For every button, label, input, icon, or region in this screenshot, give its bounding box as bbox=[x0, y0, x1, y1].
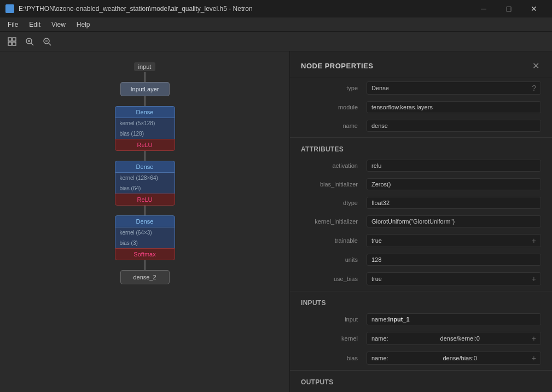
output-row: output name: dense bbox=[290, 389, 552, 392]
input-label: input bbox=[134, 62, 156, 71]
output-node[interactable]: dense_2 bbox=[120, 270, 170, 284]
panel-close-button[interactable]: ✕ bbox=[530, 60, 541, 71]
panel-header: NODE PROPERTIES ✕ bbox=[290, 51, 552, 78]
connector-3 bbox=[144, 151, 146, 161]
menu-help[interactable]: Help bbox=[71, 19, 96, 30]
close-button[interactable]: ✕ bbox=[521, 0, 547, 17]
type-question-button[interactable]: ? bbox=[532, 84, 536, 92]
dense1-bias: bias (128) bbox=[115, 128, 175, 139]
dtype-value: float32 bbox=[367, 197, 541, 209]
trainable-value-wrapper: true + bbox=[367, 234, 541, 247]
divider-1 bbox=[290, 137, 552, 138]
kernel-expand-button[interactable]: + bbox=[532, 334, 536, 343]
bias-initializer-label: bias_initializer bbox=[301, 181, 367, 188]
nn-container: input InputLayer Dense kernel (5×128) bi… bbox=[115, 62, 175, 284]
window-title: E:\PYTHON\ozone-enabled_weather_station\… bbox=[19, 5, 253, 13]
input-value: name: input_1 bbox=[367, 313, 541, 325]
use-bias-expand-button[interactable]: + bbox=[532, 274, 536, 283]
name-row: name dense bbox=[290, 116, 552, 135]
bias-initializer-row: bias_initializer Zeros() bbox=[290, 175, 552, 194]
kernel-value-wrapper: name: dense/kernel:0 + bbox=[367, 332, 541, 345]
svg-rect-3 bbox=[13, 42, 16, 45]
bias-value-bold: dense/bias:0 bbox=[443, 355, 477, 361]
connector-1 bbox=[144, 72, 146, 82]
dense3-block[interactable]: Dense kernel (64×3) bias (3) Softmax bbox=[115, 215, 175, 260]
use-bias-row: use_bias true + bbox=[290, 269, 552, 289]
svg-rect-2 bbox=[8, 42, 11, 45]
dense1-block[interactable]: Dense kernel (5×128) bias (128) ReLU bbox=[115, 106, 175, 151]
outputs-section-header: OUTPUTS bbox=[290, 373, 552, 389]
properties-panel: NODE PROPERTIES ✕ type Dense ? module te… bbox=[289, 51, 552, 392]
type-row: type Dense ? bbox=[290, 78, 552, 98]
toolbar bbox=[0, 32, 552, 51]
dense2-bias: bias (64) bbox=[115, 183, 175, 194]
dense3-kernel: kernel (64×3) bbox=[115, 227, 175, 238]
type-value: Dense bbox=[371, 85, 389, 91]
units-value: 128 bbox=[367, 254, 541, 266]
menu-bar: File Edit View Help bbox=[0, 17, 552, 32]
dense1-kernel: kernel (5×128) bbox=[115, 118, 175, 128]
trainable-expand-button[interactable]: + bbox=[532, 236, 536, 245]
input-value-text: name: bbox=[371, 316, 388, 323]
name-value: dense bbox=[367, 120, 541, 132]
input-value-bold: input_1 bbox=[388, 316, 410, 323]
dense1-header: Dense bbox=[115, 106, 175, 118]
trainable-value: true bbox=[371, 237, 382, 244]
softmax: Softmax bbox=[115, 248, 175, 260]
panel-title: NODE PROPERTIES bbox=[301, 62, 373, 70]
type-value-wrapper: Dense ? bbox=[367, 81, 541, 95]
svg-rect-0 bbox=[8, 38, 11, 41]
use-bias-label: use_bias bbox=[301, 276, 367, 282]
menu-view[interactable]: View bbox=[46, 19, 71, 30]
menu-edit[interactable]: Edit bbox=[24, 19, 46, 30]
graph-canvas[interactable]: input InputLayer Dense kernel (5×128) bi… bbox=[0, 51, 289, 392]
bias-expand-button[interactable]: + bbox=[532, 354, 536, 362]
title-bar-controls: ─ □ ✕ bbox=[471, 0, 547, 17]
divider-2 bbox=[290, 291, 552, 291]
kernel-label: kernel bbox=[301, 335, 367, 342]
input-row: input name: input_1 bbox=[290, 310, 552, 329]
module-row: module tensorflow.keras.layers bbox=[290, 98, 552, 116]
module-label: module bbox=[301, 104, 367, 110]
dtype-row: dtype float32 bbox=[290, 194, 552, 212]
name-label: name bbox=[301, 122, 367, 129]
app-icon bbox=[5, 4, 14, 13]
activation-row: activation relu bbox=[290, 156, 552, 175]
bias-label: bias bbox=[301, 355, 367, 361]
bias-value-text: name: bbox=[371, 355, 388, 361]
title-bar: E:\PYTHON\ozone-enabled_weather_station\… bbox=[0, 0, 552, 17]
kernel-value-bold: dense/kernel:0 bbox=[440, 335, 480, 342]
input-layer-node[interactable]: InputLayer bbox=[120, 82, 170, 96]
connector-2 bbox=[144, 96, 146, 106]
connector-5 bbox=[144, 260, 146, 270]
dense2-kernel: kernel (128×64) bbox=[115, 173, 175, 183]
bias-row: bias name: dense/bias:0 + bbox=[290, 348, 552, 368]
menu-file[interactable]: File bbox=[2, 19, 24, 30]
activation-label: activation bbox=[301, 162, 367, 169]
divider-3 bbox=[290, 370, 552, 371]
svg-rect-1 bbox=[13, 38, 16, 41]
bias-value-wrapper: name: dense/bias:0 + bbox=[367, 352, 541, 365]
kernel-value-text: name: bbox=[371, 335, 388, 342]
activation-value: relu bbox=[367, 160, 541, 172]
units-label: units bbox=[301, 256, 367, 263]
zoom-out-button[interactable] bbox=[39, 34, 55, 49]
kernel-initializer-value: GlorotUniform("GlorotUniform") bbox=[367, 215, 541, 227]
dense2-block[interactable]: Dense kernel (128×64) bias (64) ReLU bbox=[115, 161, 175, 206]
zoom-in-button[interactable] bbox=[22, 34, 37, 49]
kernel-initializer-label: kernel_initializer bbox=[301, 218, 367, 225]
minimize-button[interactable]: ─ bbox=[471, 0, 496, 17]
type-label: type bbox=[301, 85, 367, 91]
connector-4 bbox=[144, 206, 146, 215]
fit-button[interactable] bbox=[4, 34, 20, 49]
trainable-label: trainable bbox=[301, 237, 367, 244]
kernel-initializer-row: kernel_initializer GlorotUniform("Glorot… bbox=[290, 212, 552, 231]
dense2-header: Dense bbox=[115, 161, 175, 173]
maximize-button[interactable]: □ bbox=[496, 0, 521, 17]
input-label-prop: input bbox=[301, 316, 367, 323]
inputs-section-header: INPUTS bbox=[290, 294, 552, 310]
use-bias-value: true bbox=[371, 276, 382, 282]
use-bias-value-wrapper: true + bbox=[367, 272, 541, 285]
svg-line-5 bbox=[31, 43, 33, 45]
main-content: input InputLayer Dense kernel (5×128) bi… bbox=[0, 51, 552, 392]
